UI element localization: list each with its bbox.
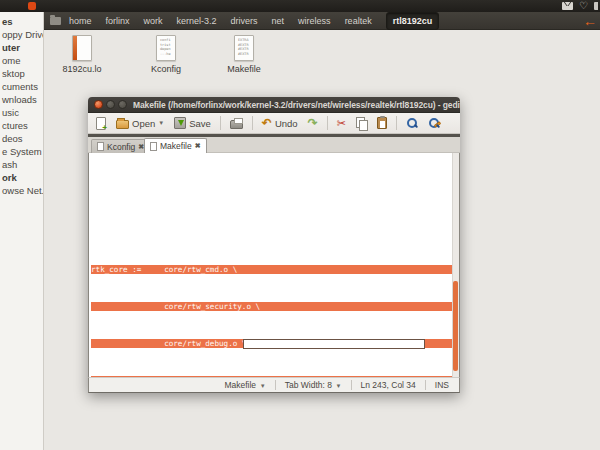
file-makefile[interactable]: EXTRA #EXTR #EXTR #EXTR Makefile [212, 35, 276, 74]
breadcrumb-item[interactable]: home [69, 14, 92, 28]
close-button[interactable] [94, 100, 103, 109]
tab-label: Kconfig [107, 142, 135, 152]
insert-mode-indicator: INS [435, 380, 449, 390]
breadcrumb-item[interactable]: drivers [231, 14, 258, 28]
redo-icon: ↷ [308, 117, 318, 129]
object-file-icon [72, 35, 92, 61]
selected-code-line: rtk_core := core/rtw_cmd.o \ [91, 265, 452, 274]
sidebar-item[interactable]: oppy Drive [0, 28, 43, 41]
breadcrumb-item[interactable]: kernel-3.2 [177, 14, 217, 28]
scrollbar-thumb[interactable] [453, 281, 458, 371]
breadcrumb: home forlinx work kernel-3.2 drivers net… [69, 12, 439, 30]
breadcrumb-item[interactable]: net [272, 14, 285, 28]
sidebar-item[interactable]: deos [0, 132, 43, 145]
status-separator [275, 380, 276, 390]
redo-button[interactable]: ↷ [306, 115, 320, 132]
search-replace-button[interactable] [426, 115, 442, 132]
open-button[interactable]: Open ▼ [114, 115, 166, 132]
sidebar-item[interactable]: ash [0, 158, 43, 171]
mail-indicator-icon[interactable] [562, 2, 573, 10]
open-label: Open [132, 118, 155, 129]
save-button[interactable]: Save [172, 115, 213, 132]
file-8192cu-lo[interactable]: 8192cu.lo [50, 35, 114, 74]
desktop: { "panel": { "app_icon": "ubuntu-orange-… [0, 0, 600, 450]
sidebar-item[interactable]: sktop [0, 67, 43, 80]
print-icon [230, 120, 243, 129]
heart-indicator-icon[interactable]: ♡ [579, 1, 588, 11]
folder-icon[interactable] [50, 17, 61, 25]
selected-code-line: core/rtw_io.o \ [91, 376, 452, 377]
chevron-down-icon: ▼ [158, 120, 164, 126]
tab-kconfig[interactable]: Kconfig ✖ [91, 139, 150, 153]
file-name: 8192cu.lo [62, 64, 101, 74]
gedit-window: Makefile (/home/forlinx/work/kernel-3.2/… [88, 97, 460, 393]
inline-popup [243, 339, 425, 349]
search-replace-icon [428, 117, 440, 129]
minimize-button[interactable] [106, 100, 115, 109]
paste-icon [377, 117, 387, 129]
toolbar-separator [252, 116, 253, 130]
print-button[interactable] [228, 115, 245, 132]
status-separator [351, 380, 352, 390]
sidebar-item[interactable]: uter [0, 41, 43, 54]
copy-icon [356, 117, 367, 129]
language-selector[interactable]: Makefile ▼ [224, 380, 265, 390]
file-name: Makefile [227, 64, 261, 74]
sidebar-item[interactable]: ork [0, 171, 43, 184]
breadcrumb-item[interactable]: forlinx [106, 14, 130, 28]
chevron-down-icon: ▼ [334, 383, 342, 389]
breadcrumb-item[interactable]: wireless [298, 14, 331, 28]
search-icon [406, 117, 418, 129]
clipped-edge-icon[interactable] [594, 2, 598, 10]
document-icon [150, 142, 157, 151]
undo-label: Undo [275, 118, 298, 129]
tab-bar: Kconfig ✖ Makefile ✖ [88, 137, 460, 153]
sidebar-item[interactable]: owse Net... [0, 184, 43, 197]
selected-code-line: core/rtw_security.o \ [91, 302, 452, 311]
vertical-scrollbar[interactable] [452, 153, 459, 377]
back-arrow-icon[interactable]: ← [583, 12, 597, 30]
places-sidebar: es oppy Drive uter ome sktop cuments wnl… [0, 12, 44, 450]
gedit-toolbar: Open ▼ Save ↶ Undo ↷ ✂ [88, 113, 460, 134]
sidebar-item[interactable]: usic [0, 106, 43, 119]
sidebar-item[interactable]: wnloads [0, 93, 43, 106]
undo-button[interactable]: ↶ Undo [260, 115, 300, 132]
breadcrumb-item[interactable]: work [144, 14, 163, 28]
text-editor-area[interactable]: rtk_core := core/rtw_cmd.o \ core/rtw_se… [88, 153, 460, 377]
tab-label: Makefile [160, 141, 192, 151]
tab-makefile[interactable]: Makefile ✖ [144, 138, 207, 153]
sidebar-item[interactable]: ctures [0, 119, 43, 132]
search-button[interactable] [404, 115, 420, 132]
file-kconfig[interactable]: confi trist depen ---he Kconfig [134, 35, 198, 74]
ubuntu-orange-icon[interactable] [28, 2, 36, 10]
sidebar-item[interactable]: es [0, 15, 43, 28]
cut-icon: ✂ [337, 117, 346, 129]
new-document-button[interactable] [94, 115, 108, 132]
text-file-icon: confi trist depen ---he [156, 35, 176, 61]
gedit-statusbar: Makefile ▼ Tab Width: 8 ▼ Ln 243, Col 34… [88, 377, 460, 393]
gedit-titlebar[interactable]: Makefile (/home/forlinx/work/kernel-3.2/… [88, 97, 460, 113]
selected-block: rtk_core := core/rtw_cmd.o \ core/rtw_se… [91, 227, 452, 377]
sidebar-item[interactable]: cuments [0, 80, 43, 93]
open-folder-icon [116, 120, 129, 129]
maximize-button[interactable] [118, 100, 127, 109]
tab-width-selector[interactable]: Tab Width: 8 ▼ [285, 380, 342, 390]
file-name: Kconfig [151, 64, 181, 74]
breadcrumb-item[interactable]: realtek [345, 14, 372, 28]
close-tab-icon[interactable]: ✖ [195, 142, 201, 150]
text-file-icon: EXTRA #EXTR #EXTR #EXTR [234, 35, 254, 61]
blank-line [91, 172, 452, 181]
chevron-down-icon: ▼ [258, 383, 266, 389]
paste-button[interactable] [375, 115, 389, 132]
breadcrumb-item[interactable]: rtl8192cu [386, 12, 440, 30]
sidebar-item[interactable]: e System [0, 145, 43, 158]
copy-button[interactable] [354, 115, 369, 132]
document-icon [97, 142, 104, 151]
blank-line [91, 199, 452, 208]
toolbar-separator [396, 116, 397, 130]
undo-icon: ↶ [262, 117, 272, 129]
sidebar-item[interactable]: ome [0, 54, 43, 67]
toolbar-separator [220, 116, 221, 130]
new-document-icon [96, 117, 106, 130]
cut-button[interactable]: ✂ [335, 115, 348, 132]
